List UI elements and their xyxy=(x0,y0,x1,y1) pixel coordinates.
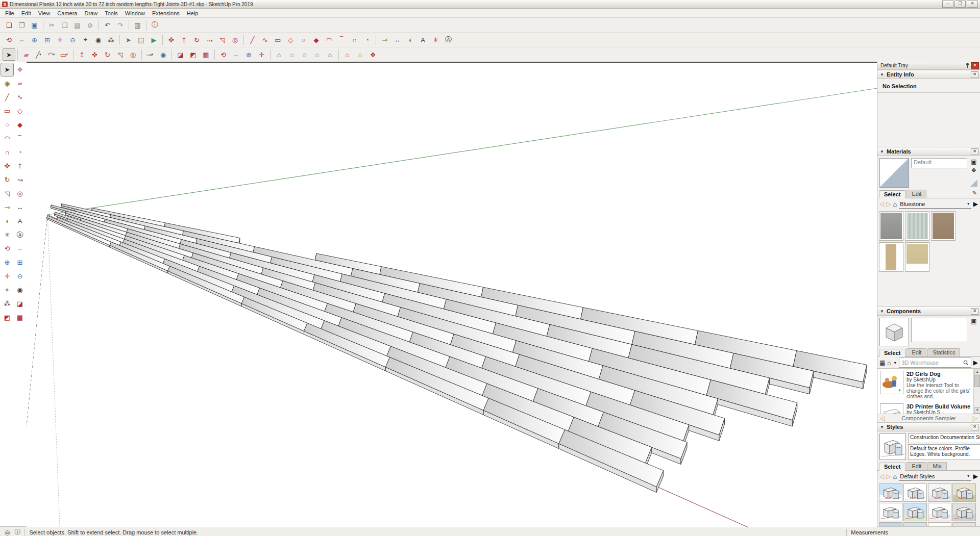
orbit-button[interactable]: ⟲ xyxy=(217,48,230,61)
materials-close-icon[interactable]: ✕ xyxy=(971,148,978,155)
circle-button[interactable]: ○ xyxy=(297,34,310,46)
default-material-swatch[interactable] xyxy=(970,180,977,187)
components-header[interactable]: ▼ Components ✕ xyxy=(877,307,980,316)
select-cursor-button[interactable]: ➤ xyxy=(122,34,135,46)
material-swatch-tan-plank-on-white[interactable] xyxy=(879,242,903,272)
create-material-icon[interactable]: ❖ xyxy=(971,167,977,174)
materials-header[interactable]: ▼ Materials ✕ xyxy=(877,147,980,156)
position-camera-button[interactable]: ⌖ xyxy=(79,34,92,46)
select-tool[interactable]: ➤ xyxy=(1,63,14,76)
tape-measure-tool[interactable]: ⊸ xyxy=(1,200,14,214)
section-plane-tool[interactable]: ◪ xyxy=(13,297,27,311)
follow-me-tool[interactable]: ↝ xyxy=(13,173,27,187)
scroll-down-icon[interactable]: ▼ xyxy=(974,407,980,414)
make-component-tool[interactable]: ❖ xyxy=(13,63,27,76)
paste-button[interactable]: ▤ xyxy=(71,19,84,31)
style-thumbnail-3[interactable] xyxy=(928,483,951,502)
offset-tool[interactable]: ◎ xyxy=(13,187,27,200)
pan-tool[interactable]: ⇔ xyxy=(13,242,27,256)
menu-item-draw[interactable]: Draw xyxy=(81,10,101,17)
circle-tool[interactable]: ○ xyxy=(1,118,14,132)
scale-tool[interactable]: ◹ xyxy=(1,187,14,200)
new-button[interactable]: ❏ xyxy=(3,19,15,31)
entity-info-close-icon[interactable]: ✕ xyxy=(971,71,978,78)
back-arrow-icon[interactable]: ◁ xyxy=(879,473,884,480)
zoom-tool[interactable]: ⊕ xyxy=(1,256,14,269)
components-tab-statistics[interactable]: Statistics xyxy=(927,348,960,356)
eraser-button[interactable]: ▰ xyxy=(20,48,33,61)
line-button[interactable]: ╱ xyxy=(246,34,259,46)
components-scrollbar[interactable]: ▲ ▼ xyxy=(973,369,980,414)
threed-text-button[interactable]: Ⓐ xyxy=(442,34,455,46)
open-button[interactable]: ❐ xyxy=(15,19,28,31)
menu-item-edit[interactable]: Edit xyxy=(18,10,35,17)
forward-arrow-icon[interactable]: ▷ xyxy=(886,473,891,480)
rotate-tool[interactable]: ↻ xyxy=(1,173,14,187)
menu-item-file[interactable]: File xyxy=(2,10,18,17)
style-name-field[interactable]: Construction Documentation St xyxy=(908,433,980,443)
chevron-down-icon[interactable]: ▼ xyxy=(39,53,42,56)
display-secondary-pane-icon[interactable]: ▣ xyxy=(971,158,976,165)
zoom-window-button[interactable]: ⊞ xyxy=(41,34,54,46)
material-swatch-brown-stone[interactable] xyxy=(931,211,955,241)
rectangle-button[interactable]: ▭ xyxy=(272,34,284,46)
in-model-icon[interactable]: ⌂ xyxy=(887,359,891,367)
materials-tab-select[interactable]: Select xyxy=(879,190,905,198)
tape-measure-button[interactable]: ⊸▼ xyxy=(144,48,157,61)
cut-button[interactable]: ✂ xyxy=(45,19,58,31)
push-pull-tool[interactable]: ↥ xyxy=(13,159,27,173)
style-thumbnail-5[interactable] xyxy=(879,503,902,521)
style-thumbnail-1[interactable] xyxy=(879,483,902,502)
two-point-arc-tool[interactable]: ⌒ xyxy=(13,132,27,145)
zoom-extents-button[interactable]: ✛ xyxy=(255,48,268,61)
back-arrow-icon[interactable]: ◁ xyxy=(879,200,884,208)
model-viewport[interactable] xyxy=(27,62,877,527)
polygon-tool[interactable]: ◆ xyxy=(13,118,27,132)
entity-info-panel-button[interactable]: ▤ xyxy=(135,34,148,46)
protractor-tool[interactable]: ◖ xyxy=(1,214,14,228)
follow-me-button[interactable]: ↝ xyxy=(203,34,216,46)
redo-button[interactable]: ↷ xyxy=(114,19,127,31)
zoom-previous-tool[interactable]: ⊖ xyxy=(13,269,27,283)
details-arrow-icon[interactable]: ▶ xyxy=(973,359,978,366)
component-list-item[interactable]: 3D Printer Build Volumeby SketchUp S... xyxy=(877,401,980,414)
rotated-rectangle-button[interactable]: ◇ xyxy=(284,34,297,46)
rotate-button[interactable]: ↻ xyxy=(190,34,203,46)
style-thumbnail-11[interactable] xyxy=(928,522,951,526)
undo-button[interactable]: ↶ xyxy=(101,19,114,31)
scale-button[interactable]: ◹ xyxy=(216,34,229,46)
select-button[interactable]: ➤ xyxy=(3,48,15,61)
dimension-button[interactable]: ↔ xyxy=(391,34,404,46)
rectangle-tool[interactable]: ▭ xyxy=(1,104,14,118)
push-pull-button[interactable]: ↥ xyxy=(178,34,190,46)
maximize-button[interactable]: ❐ xyxy=(954,1,966,8)
section-fill-tool[interactable]: ◩ xyxy=(1,311,14,324)
menu-item-extensions[interactable]: Extensions xyxy=(149,10,183,17)
section-display-button[interactable]: ▦ xyxy=(200,48,212,61)
offset-button[interactable]: ◎ xyxy=(127,48,139,61)
walk-button[interactable]: ⁂ xyxy=(105,34,117,46)
details-arrow-icon[interactable]: ▶ xyxy=(973,200,978,208)
orbit-tool[interactable]: ⟲ xyxy=(1,242,14,256)
two-point-arc-button[interactable]: ⌒ xyxy=(335,34,348,46)
styles-header[interactable]: ▼ Styles ✕ xyxy=(877,422,980,431)
paint-bucket-button[interactable]: ◉ xyxy=(157,48,169,61)
move-button[interactable]: ✜ xyxy=(88,48,101,61)
move-tool[interactable]: ✜ xyxy=(1,159,14,173)
forward-arrow-icon[interactable]: ▷ xyxy=(886,200,891,208)
arc-tool[interactable]: ◠ xyxy=(1,132,14,145)
erase-button[interactable]: ⊘ xyxy=(84,19,96,31)
components-tab-edit[interactable]: Edit xyxy=(906,348,926,356)
three-point-arc-button[interactable]: ∩ xyxy=(348,34,361,46)
pie-button[interactable]: ◔ xyxy=(361,34,374,46)
help-info-icon[interactable]: ⓘ xyxy=(14,528,20,536)
style-thumbnail-4[interactable] xyxy=(952,483,976,502)
move-button[interactable]: ✜ xyxy=(165,34,178,46)
material-name-field[interactable]: Default xyxy=(911,158,967,168)
style-thumbnail-7[interactable] xyxy=(928,503,951,521)
text-tool[interactable]: A xyxy=(13,214,27,228)
in-model-icon[interactable]: ⌂ xyxy=(893,200,897,208)
chevron-down-icon[interactable]: ▼ xyxy=(53,53,56,56)
protractor-button[interactable]: ◖ xyxy=(404,34,416,46)
materials-collection-dropdown[interactable]: Bluestone ▼ xyxy=(899,200,971,209)
